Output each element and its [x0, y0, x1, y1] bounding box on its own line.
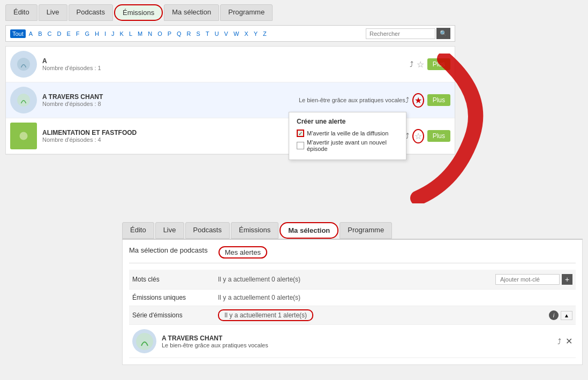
alerts-action: +: [495, 274, 572, 285]
item-thumbnail: [10, 51, 37, 78]
search-input[interactable]: [366, 28, 435, 39]
add-keyword-input[interactable]: [495, 274, 560, 285]
alpha-a[interactable]: A: [27, 29, 35, 38]
plus-button[interactable]: Plus: [427, 130, 450, 142]
alert-checkbox-1[interactable]: [297, 130, 304, 137]
item-title: A: [42, 57, 410, 65]
star-icon[interactable]: ☆: [417, 59, 424, 70]
alpha-tout[interactable]: Tout: [10, 29, 26, 38]
alpha-j[interactable]: J: [109, 29, 117, 38]
alpha-g[interactable]: G: [82, 29, 92, 38]
top-section: Édito Live Podcasts Émissions Ma sélecti…: [0, 0, 461, 155]
alpha-r[interactable]: R: [185, 29, 193, 38]
alpha-p[interactable]: P: [165, 29, 174, 38]
alpha-w[interactable]: W: [231, 29, 241, 38]
item-thumbnail: [10, 123, 37, 149]
close-icon[interactable]: ✕: [566, 336, 572, 346]
alerts-label: Émissions uniques: [132, 294, 218, 301]
emission-item: A TRAVERS CHANT Le bien-être grâce aux p…: [129, 325, 576, 358]
search-button[interactable]: 🔍: [436, 28, 450, 39]
alpha-e[interactable]: E: [64, 29, 72, 38]
tab-emissions-bottom[interactable]: Émissions: [231, 222, 278, 239]
share-icon[interactable]: ⤴: [410, 60, 413, 69]
tab-podcasts-top[interactable]: Podcasts: [69, 4, 113, 21]
alerts-table: Mots clés Il y a actuellement 0 alerte(s…: [129, 270, 576, 358]
emission-title: A TRAVERS CHANT: [162, 335, 557, 342]
list-item: A TRAVERS CHANT Nombre d'épisodes : 8 Le…: [6, 82, 455, 118]
alerts-row: Émissions uniques Il y a actuellement 0 …: [129, 290, 576, 306]
tab-emissions-top[interactable]: Émissions: [114, 4, 163, 21]
top-nav-tabs: Édito Live Podcasts Émissions Ma sélecti…: [0, 4, 461, 21]
info-button[interactable]: i: [549, 310, 559, 320]
emission-info: A TRAVERS CHANT Le bien-être grâce aux p…: [162, 335, 557, 348]
alert-checkbox-2[interactable]: [297, 142, 304, 149]
tab-maselection-bottom[interactable]: Ma sélection: [280, 222, 338, 239]
emission-actions: ⤴ ✕: [557, 336, 572, 346]
alpha-c[interactable]: C: [45, 29, 54, 38]
list-item: A Nombre d'épisodes : 1 ⤴ ☆ Plus: [6, 47, 455, 82]
item-info: A Nombre d'épisodes : 1: [42, 57, 410, 71]
svg-point-3: [20, 132, 28, 140]
alpha-o[interactable]: O: [155, 29, 164, 38]
tab-edito-top[interactable]: Édito: [5, 4, 37, 21]
item-desc: Le bien-être grâce aux pratiques vocales: [299, 97, 405, 103]
star-icon[interactable]: ★: [412, 93, 424, 108]
alerts-highlight-text: Il y a actuellement 1 alerte(s): [218, 309, 313, 321]
share-icon[interactable]: ⤴: [557, 337, 561, 346]
content-list: A Nombre d'épisodes : 1 ⤴ ☆ Plus A TRAVE…: [5, 46, 455, 155]
alert-option-2-label: M'avertir juste avant un nouvel épisode: [307, 139, 398, 152]
sub-tab-alertes[interactable]: Mes alertes: [218, 246, 267, 259]
tab-programme-top[interactable]: Programme: [220, 4, 273, 21]
alpha-t[interactable]: T: [203, 29, 212, 38]
item-episodes: Nombre d'épisodes : 8: [42, 101, 288, 107]
add-keyword-button[interactable]: +: [562, 274, 572, 285]
alpha-l[interactable]: L: [127, 29, 134, 38]
item-actions: ⤴ ☆ Plus: [410, 58, 450, 70]
bottom-content: Ma sélection de podcasts Mes alertes Mot…: [122, 240, 583, 365]
bottom-section: Édito Live Podcasts Émissions Ma sélecti…: [122, 222, 583, 365]
alpha-b[interactable]: B: [36, 29, 44, 38]
tab-live-top[interactable]: Live: [39, 4, 67, 21]
alert-popup: Créer une alerte M'avertir la veille de …: [289, 112, 406, 160]
plus-button[interactable]: Plus: [427, 58, 450, 70]
alerts-status: Il y a actuellement 0 alerte(s): [218, 276, 495, 283]
alpha-h[interactable]: H: [93, 29, 101, 38]
alphabet-bar: Tout A B C D E F G H I J K L M N O P Q R…: [5, 25, 455, 42]
alert-option-1-label: M'avertir la veille de la diffusion: [307, 130, 388, 136]
alpha-k[interactable]: K: [118, 29, 126, 38]
share-icon[interactable]: ⤴: [405, 96, 409, 104]
tab-podcasts-bottom[interactable]: Podcasts: [185, 222, 230, 239]
alpha-v[interactable]: V: [222, 29, 230, 38]
alpha-z[interactable]: Z: [261, 29, 269, 38]
alert-option-1: M'avertir la veille de la diffusion: [297, 130, 398, 137]
alert-option-2: M'avertir juste avant un nouvel épisode: [297, 139, 398, 152]
alerts-row: Série d'émissions Il y a actuellement 1 …: [129, 306, 576, 325]
emission-desc: Le bien-être grâce aux pratiques vocales: [162, 342, 557, 348]
item-info: A TRAVERS CHANT Nombre d'épisodes : 8: [42, 93, 288, 107]
sub-tab-selection[interactable]: Ma sélection de podcasts: [129, 246, 208, 259]
tab-edito-bottom[interactable]: Édito: [122, 222, 154, 239]
tab-maselection-top[interactable]: Ma sélection: [164, 4, 219, 21]
plus-button[interactable]: Plus: [427, 94, 450, 106]
alpha-f[interactable]: F: [74, 29, 82, 38]
alpha-i[interactable]: I: [102, 29, 108, 38]
alpha-d[interactable]: D: [55, 29, 63, 38]
alpha-q[interactable]: Q: [175, 29, 184, 38]
alpha-s[interactable]: S: [194, 29, 202, 38]
alpha-y[interactable]: Y: [252, 29, 260, 38]
alpha-n[interactable]: N: [146, 29, 154, 38]
alerts-row: Mots clés Il y a actuellement 0 alerte(s…: [129, 270, 576, 290]
tab-live-bottom[interactable]: Live: [155, 222, 184, 239]
alpha-u[interactable]: U: [213, 29, 221, 38]
item-thumbnail: [10, 87, 37, 113]
bottom-nav-tabs: Édito Live Podcasts Émissions Ma sélecti…: [122, 222, 583, 240]
sub-tabs: Ma sélection de podcasts Mes alertes: [129, 246, 576, 263]
star-icon[interactable]: ☆: [412, 129, 424, 143]
alerts-status: Il y a actuellement 0 alerte(s): [218, 294, 572, 301]
alpha-x[interactable]: X: [242, 29, 250, 38]
emission-thumbnail: [132, 329, 156, 353]
expand-button[interactable]: ▲: [561, 311, 572, 320]
alpha-m[interactable]: M: [135, 29, 145, 38]
item-title: A TRAVERS CHANT: [42, 93, 288, 101]
tab-programme-bottom[interactable]: Programme: [340, 222, 392, 239]
